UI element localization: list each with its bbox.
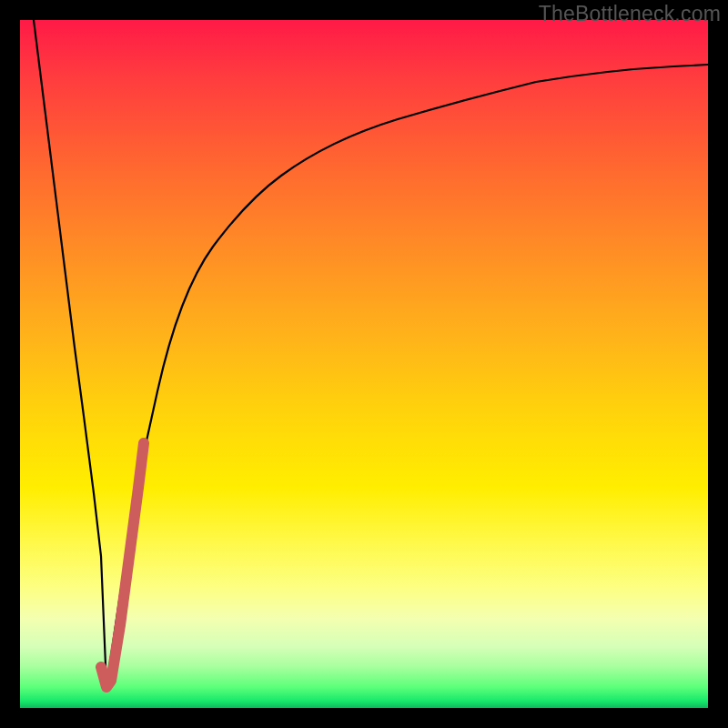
watermark-text: TheBottleneck.com — [539, 2, 721, 26]
chart-frame: TheBottleneck.com — [0, 0, 728, 728]
right-branch-path — [106, 65, 708, 687]
curve-layer — [20, 20, 708, 708]
highlight-segment-path — [101, 443, 144, 687]
plot-area — [20, 20, 708, 708]
left-branch-path — [34, 20, 106, 687]
